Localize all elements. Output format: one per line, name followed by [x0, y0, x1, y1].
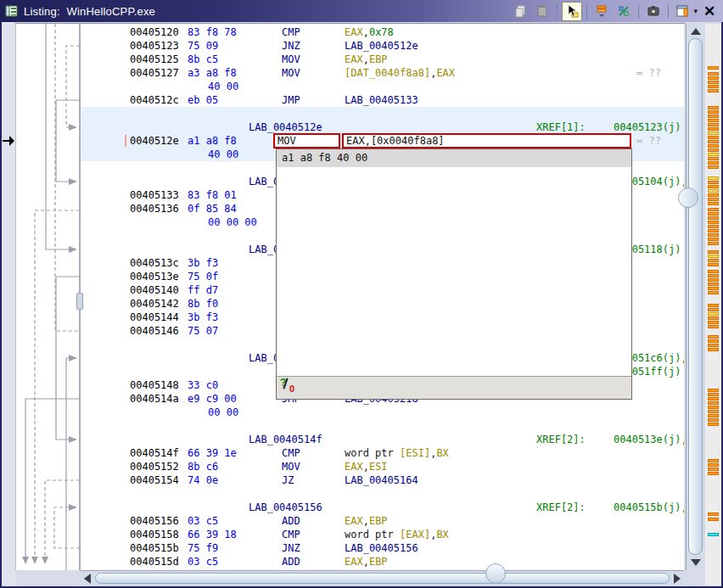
change-marker[interactable]	[708, 153, 719, 156]
listing-row[interactable]: 00 00	[81, 406, 684, 419]
change-marker[interactable]	[708, 270, 719, 273]
change-marker[interactable]	[708, 140, 719, 143]
snapshot-icon[interactable]	[643, 2, 664, 21]
change-marker[interactable]	[708, 283, 719, 286]
title-bar[interactable]: Listing: WinHelloCPP.exe ▾✕	[0, 0, 723, 22]
change-marker[interactable]	[708, 401, 719, 405]
change-marker[interactable]	[708, 115, 719, 118]
instruction-row[interactable]: 0040515d03 c5ADDEAX,EBP	[81, 555, 684, 568]
change-marker[interactable]	[708, 304, 719, 307]
copy-icon[interactable]	[510, 2, 530, 21]
change-marker[interactable]	[708, 274, 719, 277]
change-marker[interactable]	[708, 136, 719, 139]
patch-operands-field[interactable]: EAX,[0x0040f8a8]	[342, 133, 631, 148]
toggle-header-icon[interactable]	[673, 2, 693, 21]
change-marker[interactable]	[708, 321, 719, 324]
change-marker[interactable]	[708, 250, 719, 254]
dropdown-caret-icon[interactable]: ▾	[693, 7, 698, 15]
change-marker[interactable]	[708, 165, 719, 169]
change-marker[interactable]	[708, 72, 719, 76]
change-marker[interactable]	[708, 89, 719, 92]
change-marker[interactable]	[708, 238, 719, 241]
patch-mnemonic-field[interactable]: MOV	[273, 133, 340, 148]
change-marker[interactable]	[708, 198, 719, 201]
change-marker[interactable]	[708, 212, 719, 216]
label-row[interactable]: LAB_0040514fXREF[2]:0040513e(j), 0	[81, 433, 684, 446]
byte-suggestion-item[interactable]: a1 a8 f8 40 00	[277, 149, 631, 167]
change-marker[interactable]	[708, 518, 719, 521]
change-marker[interactable]	[708, 468, 719, 471]
label-row[interactable]: LAB_00405156XREF[2]:0040515b(j), 0	[81, 501, 684, 514]
change-marker[interactable]	[708, 291, 719, 294]
change-marker[interactable]	[708, 119, 719, 122]
change-marker[interactable]	[708, 335, 719, 339]
splitter-grip[interactable]	[76, 293, 83, 310]
change-marker[interactable]	[708, 287, 719, 290]
change-marker[interactable]	[708, 259, 719, 262]
change-marker[interactable]	[708, 106, 719, 109]
label-row[interactable]: LAB_0040512eXREF[1]:00405123(j)	[81, 120, 684, 134]
change-marker[interactable]	[708, 81, 719, 84]
close-icon[interactable]: ✕	[699, 2, 720, 21]
instruction-row[interactable]: 00405127a3 a8 f8MOV[DAT_0040f8a8],EAX= ?…	[81, 66, 684, 80]
change-marker[interactable]	[708, 242, 719, 245]
cursor-tool-icon[interactable]	[562, 2, 582, 21]
instruction-row[interactable]: 0040514f66 39 1eCMPword ptr [ESI],BX	[81, 446, 684, 460]
change-marker[interactable]	[708, 393, 719, 396]
horizontal-scrollbar-thumb[interactable]	[95, 573, 670, 584]
change-marker[interactable]	[708, 406, 719, 409]
change-marker[interactable]	[708, 229, 719, 232]
field-markup-icon[interactable]	[591, 2, 612, 21]
change-marker[interactable]	[708, 181, 719, 184]
change-marker[interactable]	[708, 312, 719, 316]
change-marker[interactable]	[708, 414, 719, 417]
diff-view-icon[interactable]	[614, 2, 634, 21]
change-marker[interactable]	[708, 344, 719, 347]
cursor-marker[interactable]	[708, 533, 719, 536]
change-marker[interactable]	[708, 512, 719, 516]
change-marker[interactable]	[708, 216, 719, 220]
paste-icon[interactable]	[532, 2, 552, 21]
change-marker[interactable]	[708, 157, 719, 160]
change-marker[interactable]	[708, 161, 719, 165]
overview-marker-margin[interactable]	[705, 24, 721, 585]
scrollbar-expand-handle-horizontal[interactable]	[485, 563, 506, 584]
change-marker[interactable]	[708, 85, 719, 88]
change-marker[interactable]	[708, 397, 719, 400]
scroll-right-icon[interactable]	[674, 574, 681, 584]
change-marker[interactable]	[708, 132, 719, 135]
scrollbar-expand-handle[interactable]	[678, 188, 698, 208]
change-marker[interactable]	[708, 418, 719, 422]
change-marker[interactable]	[708, 410, 719, 413]
change-marker[interactable]	[708, 193, 719, 197]
change-marker[interactable]	[708, 263, 719, 266]
change-marker[interactable]	[708, 110, 719, 114]
listing-row[interactable]: 40 00	[81, 80, 684, 93]
change-marker[interactable]	[708, 221, 719, 224]
vertical-scrollbar[interactable]	[686, 24, 705, 570]
instruction-row[interactable]: 0040515866 39 18CMPword ptr [EAX],BX	[81, 528, 684, 541]
change-marker[interactable]	[708, 148, 719, 152]
change-marker[interactable]	[708, 144, 719, 148]
instruction-row[interactable]: 004051528b c6MOVEAX,ESI	[81, 460, 684, 473]
instruction-row[interactable]: 0040515b75 f9JNZLAB_00405156	[81, 541, 684, 555]
change-marker[interactable]	[708, 233, 719, 237]
instruction-row[interactable]: 004051258b c5MOVEAX,EBP	[81, 53, 684, 66]
change-marker[interactable]	[708, 208, 719, 211]
change-marker[interactable]	[708, 463, 719, 467]
change-marker[interactable]	[708, 278, 719, 282]
instruction-row[interactable]: 0040512ceb 05JMPLAB_00405133	[81, 93, 684, 107]
change-marker[interactable]	[708, 472, 719, 475]
change-marker[interactable]	[708, 225, 719, 228]
instruction-row[interactable]: 0040512083 f8 78CMPEAX,0x78	[81, 25, 684, 39]
change-marker[interactable]	[708, 202, 719, 205]
change-marker[interactable]	[708, 316, 719, 320]
instruction-row[interactable]: 0040512375 09JNZLAB_0040512e	[81, 39, 684, 53]
change-marker[interactable]	[708, 339, 719, 343]
change-marker[interactable]	[708, 255, 719, 258]
change-marker[interactable]	[708, 176, 719, 180]
change-marker[interactable]	[708, 348, 719, 351]
change-marker[interactable]	[708, 185, 719, 188]
scroll-down-icon[interactable]	[691, 559, 701, 566]
scroll-up-icon[interactable]	[691, 28, 701, 35]
